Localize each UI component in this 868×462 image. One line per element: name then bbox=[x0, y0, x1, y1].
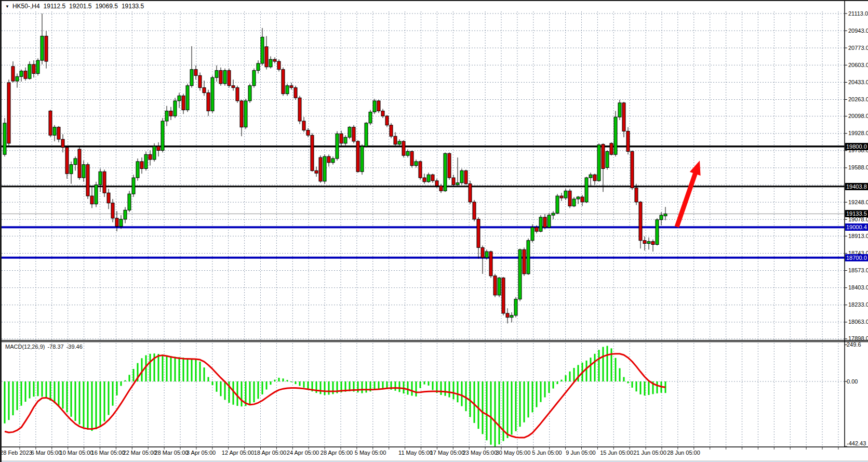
price-axis-label: 18063.0 bbox=[848, 319, 868, 325]
candle-body bbox=[190, 70, 193, 86]
candle-body bbox=[498, 278, 501, 295]
candle-body bbox=[194, 70, 197, 76]
candle-body bbox=[656, 220, 659, 245]
candle-body bbox=[502, 278, 505, 313]
trend-arrow-head[interactable] bbox=[690, 161, 701, 176]
candle-body bbox=[157, 147, 160, 151]
candle-body bbox=[626, 131, 630, 151]
candle-body bbox=[664, 214, 667, 216]
candle-body bbox=[352, 127, 355, 141]
collapse-triangle-icon[interactable]: ▼ bbox=[5, 4, 9, 9]
candle-body bbox=[410, 151, 413, 165]
candle-body bbox=[128, 194, 131, 210]
candle-body bbox=[369, 112, 372, 123]
level-price-tag: 19403.8 bbox=[845, 183, 868, 190]
price-axis-label: 18913.0 bbox=[848, 233, 868, 240]
candle-body bbox=[319, 157, 322, 181]
trend-arrow-shaft[interactable] bbox=[677, 171, 696, 227]
candle-body bbox=[32, 64, 35, 74]
candle-body bbox=[543, 217, 546, 227]
candle-body bbox=[373, 101, 376, 112]
price-axis-label: 19248.0 bbox=[848, 199, 868, 206]
candle-body bbox=[219, 71, 222, 84]
candle-body bbox=[602, 144, 605, 169]
candle-body bbox=[514, 299, 517, 315]
candle-body bbox=[282, 70, 285, 94]
candle-body bbox=[327, 156, 330, 163]
price-axis-label: 21113.0 bbox=[848, 10, 868, 17]
candle-body bbox=[518, 249, 522, 299]
candle-body bbox=[398, 141, 401, 144]
candle-body bbox=[552, 213, 555, 215]
candle-body bbox=[481, 247, 484, 257]
candle-body bbox=[622, 103, 625, 131]
candle-body bbox=[49, 111, 52, 136]
candle-body bbox=[390, 125, 393, 136]
candle-body bbox=[45, 36, 48, 61]
candle-body bbox=[593, 175, 596, 181]
candle-body bbox=[560, 196, 563, 198]
macd-indicator-label: MACD(12,26,9)-78.37-39.46 bbox=[5, 344, 85, 350]
candle-body bbox=[493, 276, 497, 295]
candle-body bbox=[41, 36, 44, 60]
candle-body bbox=[469, 184, 472, 202]
candle-body bbox=[614, 117, 617, 154]
candle-body bbox=[228, 71, 231, 86]
candle-body bbox=[273, 59, 276, 61]
candle-body bbox=[74, 159, 77, 165]
candle-body bbox=[394, 136, 397, 144]
candle-body bbox=[28, 64, 31, 78]
candle-body bbox=[198, 75, 202, 87]
candle-body bbox=[298, 98, 301, 121]
candle-body bbox=[99, 171, 102, 184]
candle-body bbox=[464, 170, 468, 183]
candle-body bbox=[57, 127, 60, 139]
candle-body bbox=[531, 227, 534, 240]
chart-canvas[interactable] bbox=[2, 1, 868, 462]
candle-body bbox=[261, 37, 264, 63]
candle-body bbox=[132, 178, 135, 194]
candle-body bbox=[631, 151, 634, 188]
candle-body bbox=[244, 101, 247, 127]
candle-body bbox=[186, 86, 189, 110]
macd-axis-label: 249.6 bbox=[847, 341, 861, 348]
price-axis-label: 19588.0 bbox=[848, 164, 868, 171]
candle-body bbox=[173, 101, 177, 116]
candle-body bbox=[423, 178, 426, 182]
candle-body bbox=[660, 215, 663, 220]
candle-body bbox=[477, 219, 480, 248]
candle-body bbox=[252, 71, 256, 86]
candle-body bbox=[161, 121, 164, 150]
candle-body bbox=[510, 315, 513, 318]
candle-body bbox=[11, 67, 15, 81]
price-axis-label: 18573.0 bbox=[848, 267, 868, 274]
level-price-tag: 19800.0 bbox=[845, 143, 868, 150]
candle-body bbox=[365, 123, 368, 147]
candle-body bbox=[111, 203, 114, 218]
candle-body bbox=[439, 186, 443, 191]
candle-body bbox=[70, 165, 73, 174]
candle-body bbox=[419, 162, 422, 178]
candle-body bbox=[207, 93, 210, 111]
candle-body bbox=[331, 159, 335, 163]
candle-body bbox=[456, 183, 459, 185]
candle-body bbox=[431, 175, 434, 181]
candle-body bbox=[452, 178, 455, 185]
candle-body bbox=[336, 134, 339, 159]
candle-body bbox=[448, 153, 451, 178]
candle-body bbox=[223, 71, 226, 84]
candle-body bbox=[415, 162, 418, 166]
candle-body bbox=[311, 135, 314, 170]
candle-body bbox=[348, 127, 351, 137]
candle-body bbox=[211, 77, 214, 111]
candle-body bbox=[523, 249, 526, 274]
candle-body bbox=[535, 227, 538, 231]
candle-body bbox=[377, 101, 380, 111]
candle-body bbox=[647, 242, 650, 244]
candle-body bbox=[635, 188, 638, 202]
candle-body bbox=[406, 151, 409, 155]
bar-low-value: 19069.5 bbox=[96, 3, 118, 10]
candle-body bbox=[149, 154, 152, 160]
price-axis-label: 20773.0 bbox=[848, 45, 868, 51]
candle-body bbox=[643, 241, 646, 244]
